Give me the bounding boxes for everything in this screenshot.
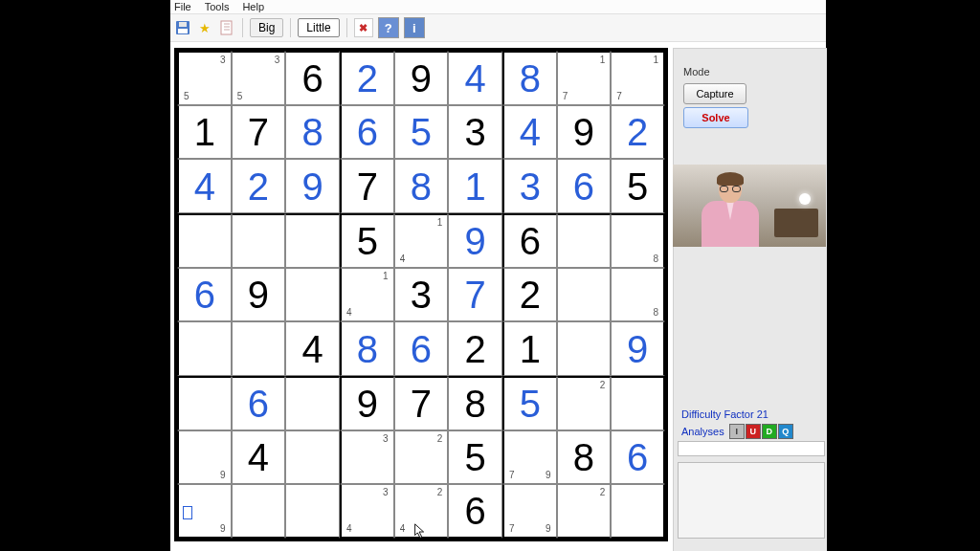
menu-file[interactable]: File xyxy=(174,1,191,12)
little-mode-button[interactable]: Little xyxy=(298,18,339,37)
cell-r6c8[interactable] xyxy=(557,321,612,376)
cell-r3c9[interactable]: 5 xyxy=(611,159,665,213)
input-field[interactable] xyxy=(678,441,825,456)
cell-r3c3[interactable]: 9 xyxy=(285,159,340,213)
cell-r9c1[interactable]: 9 xyxy=(177,484,232,539)
cell-r1c9[interactable]: 17 xyxy=(611,51,665,105)
cell-r4c2[interactable] xyxy=(232,213,286,268)
cell-r4c8[interactable] xyxy=(557,213,612,268)
menu-tools[interactable]: Tools xyxy=(205,1,230,12)
cell-r5c5[interactable]: 3 xyxy=(394,268,449,322)
cell-r1c1[interactable]: 35 xyxy=(177,51,232,105)
cell-r4c5[interactable]: 14 xyxy=(394,213,449,268)
big-mode-button[interactable]: Big xyxy=(250,18,283,37)
cell-r3c5[interactable]: 8 xyxy=(394,159,449,213)
cell-r8c4[interactable]: 3 xyxy=(340,430,394,485)
analysis-u-button[interactable]: U xyxy=(746,424,761,439)
cell-r9c4[interactable]: 34 xyxy=(340,484,394,539)
cell-r4c7[interactable]: 6 xyxy=(502,213,557,268)
cell-r8c3[interactable] xyxy=(285,430,340,485)
cell-r3c6[interactable]: 1 xyxy=(448,159,502,213)
cell-r1c4[interactable]: 2 xyxy=(340,51,394,105)
cell-r8c9[interactable]: 6 xyxy=(611,430,665,485)
cell-r9c6[interactable]: 6 xyxy=(448,484,502,539)
cell-r1c6[interactable]: 4 xyxy=(448,51,502,105)
cell-r9c7[interactable]: 79 xyxy=(502,484,557,539)
cell-r6c7[interactable]: 1 xyxy=(502,321,557,376)
cell-r7c6[interactable]: 8 xyxy=(448,376,502,430)
cell-r4c4[interactable]: 5 xyxy=(340,213,394,268)
cell-r9c3[interactable] xyxy=(285,484,340,539)
analysis-q-button[interactable]: Q xyxy=(778,424,793,439)
cell-r6c3[interactable]: 4 xyxy=(285,321,340,376)
cell-r2c9[interactable]: 2 xyxy=(611,105,665,160)
cell-r5c1[interactable]: 6 xyxy=(177,268,232,322)
cell-r2c7[interactable]: 4 xyxy=(502,105,557,160)
cell-r5c3[interactable] xyxy=(285,268,340,322)
cell-r4c9[interactable]: 8 xyxy=(611,213,665,268)
analyses-buttons: I U D Q xyxy=(729,424,793,439)
cell-r9c8[interactable]: 2 xyxy=(557,484,612,539)
cell-r1c5[interactable]: 9 xyxy=(394,51,449,105)
cell-r2c4[interactable]: 6 xyxy=(340,105,394,160)
analysis-d-button[interactable]: D xyxy=(762,424,777,439)
cell-r9c2[interactable] xyxy=(232,484,286,539)
cell-r2c3[interactable]: 8 xyxy=(285,105,340,160)
cell-r7c9[interactable] xyxy=(611,376,665,430)
cell-r5c6[interactable]: 7 xyxy=(448,268,502,322)
cell-r6c5[interactable]: 6 xyxy=(394,321,449,376)
delete-icon[interactable]: ✖ xyxy=(354,18,373,37)
cell-r3c1[interactable]: 4 xyxy=(177,159,232,213)
cell-r4c1[interactable] xyxy=(177,213,232,268)
cell-r8c1[interactable]: 9 xyxy=(177,430,232,485)
cell-r8c6[interactable]: 5 xyxy=(448,430,502,485)
cell-r1c8[interactable]: 17 xyxy=(557,51,612,105)
cell-r7c7[interactable]: 5 xyxy=(502,376,557,430)
cell-r6c6[interactable]: 2 xyxy=(448,321,502,376)
menu-help[interactable]: Help xyxy=(242,1,264,12)
analysis-i-button[interactable]: I xyxy=(729,424,745,439)
cell-r6c1[interactable] xyxy=(177,321,232,376)
cell-r2c2[interactable]: 7 xyxy=(232,105,286,160)
star-icon[interactable]: ★ xyxy=(196,19,213,36)
cell-r1c7[interactable]: 8 xyxy=(502,51,557,105)
cell-r5c7[interactable]: 2 xyxy=(502,268,557,322)
cell-r2c1[interactable]: 1 xyxy=(177,105,232,160)
save-icon[interactable] xyxy=(174,19,191,36)
cell-r9c9[interactable] xyxy=(611,484,665,539)
cell-r4c6[interactable]: 9 xyxy=(448,213,502,268)
cell-r6c4[interactable]: 8 xyxy=(340,321,394,376)
cell-r8c8[interactable]: 8 xyxy=(557,430,612,485)
cell-r2c6[interactable]: 3 xyxy=(448,105,502,160)
capture-button[interactable]: Capture xyxy=(683,83,746,104)
cell-r8c5[interactable]: 2 xyxy=(394,430,449,485)
cell-r1c2[interactable]: 35 xyxy=(232,51,286,105)
document-icon[interactable] xyxy=(218,19,235,36)
cell-r7c3[interactable] xyxy=(285,376,340,430)
cell-r8c7[interactable]: 79 xyxy=(502,430,557,485)
info-button[interactable]: i xyxy=(404,17,425,38)
cell-r6c2[interactable] xyxy=(232,321,286,376)
cell-r5c8[interactable] xyxy=(557,268,612,322)
cell-r7c4[interactable]: 9 xyxy=(340,376,394,430)
help-button[interactable]: ? xyxy=(378,17,399,38)
cell-r2c5[interactable]: 5 xyxy=(394,105,449,160)
cell-r3c4[interactable]: 7 xyxy=(340,159,394,213)
cell-r2c8[interactable]: 9 xyxy=(557,105,612,160)
cell-r3c8[interactable]: 6 xyxy=(557,159,612,213)
cell-r1c3[interactable]: 6 xyxy=(285,51,340,105)
cell-r9c5[interactable]: 24 xyxy=(394,484,449,539)
cell-r3c2[interactable]: 2 xyxy=(232,159,286,213)
solve-button[interactable]: Solve xyxy=(683,107,748,128)
cell-r6c9[interactable]: 9 xyxy=(611,321,665,376)
cell-r7c2[interactable]: 6 xyxy=(232,376,286,430)
cell-r7c1[interactable] xyxy=(177,376,232,430)
cell-r5c9[interactable]: 8 xyxy=(611,268,665,322)
cell-r3c7[interactable]: 3 xyxy=(502,159,557,213)
cell-r8c2[interactable]: 4 xyxy=(232,430,286,485)
cell-r7c5[interactable]: 7 xyxy=(394,376,449,430)
cell-r4c3[interactable] xyxy=(285,213,340,268)
cell-r5c2[interactable]: 9 xyxy=(232,268,286,322)
cell-r7c8[interactable]: 2 xyxy=(557,376,612,430)
cell-r5c4[interactable]: 14 xyxy=(340,268,394,322)
